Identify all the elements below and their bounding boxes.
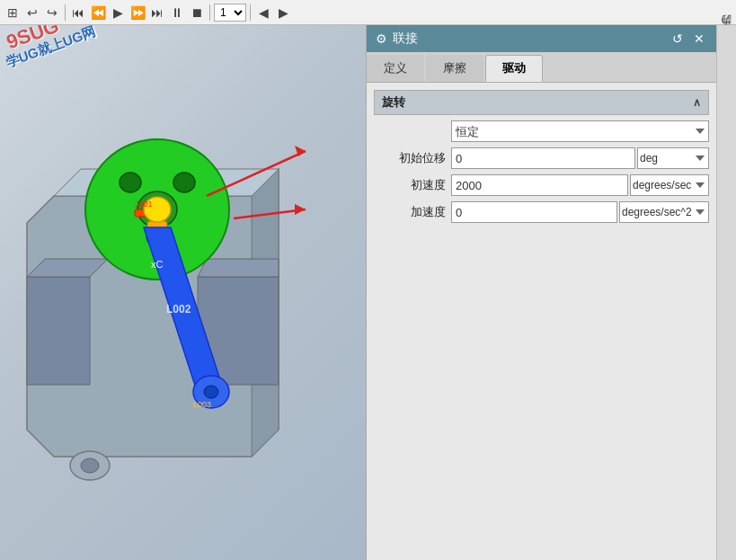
dialog-header: ⚙ 联接 ↺ ✕ [367, 25, 716, 52]
svg-text:xC: xC [151, 259, 164, 270]
speed-unit[interactable]: degrees/sec rad/sec [630, 174, 709, 196]
svg-marker-6 [198, 259, 279, 277]
dialog-reset-button[interactable]: ↺ [669, 31, 686, 47]
section-collapse-button[interactable]: ∧ [693, 96, 701, 109]
svg-text:L002: L002 [166, 303, 191, 316]
svg-point-21 [204, 386, 218, 398]
section-header-rotation: 旋转 ∧ [374, 90, 709, 115]
tabs-bar: 定义 摩擦 驱动 [367, 52, 716, 83]
acceleration-input-group: degrees/sec^2 rad/sec^2 [451, 201, 709, 223]
panel-content: 旋转 ∧ 恒定 函数 运动轮廓 谐波 一般运动 初始位移 [367, 83, 716, 560]
toolbar-sep-3 [250, 4, 251, 21]
right-sidebar: 静力 [716, 25, 736, 560]
viewport[interactable]: 9SUG 学UG就上UG网 [0, 25, 366, 560]
speed-input-group: degrees/sec rad/sec [451, 174, 709, 196]
toolbar-icon-10[interactable]: ⏹ [188, 4, 206, 22]
initial-displacement-label: 初始位移 [374, 150, 446, 166]
speed-input[interactable] [451, 174, 628, 196]
tab-drive[interactable]: 驱动 [485, 55, 543, 82]
svg-marker-3 [27, 277, 90, 385]
dialog-gear-icon: ⚙ [376, 31, 387, 46]
section-title: 旋转 [382, 94, 405, 111]
dialog-close-button[interactable]: ✕ [691, 31, 707, 47]
model-container: L002 xC L003 J001 [18, 52, 324, 520]
svg-point-10 [120, 173, 141, 192]
form-row-initial-displacement: 初始位移 deg rad [374, 147, 709, 169]
toolbar-icon-8[interactable]: ⏭ [148, 4, 166, 22]
initial-displacement-unit[interactable]: deg rad [637, 147, 709, 169]
svg-text:L003: L003 [193, 400, 211, 409]
dialog-title-area: ⚙ 联接 [376, 31, 418, 47]
tab-define[interactable]: 定义 [367, 55, 424, 82]
toolbar-icon-7[interactable]: ⏩ [129, 4, 146, 22]
toolbar: ⊞ ↩ ↪ ⏮ ⏪ ▶ ⏩ ⏭ ⏸ ⏹ 1 ◀ ▶ [0, 0, 736, 25]
page-select[interactable]: 1 [214, 4, 246, 22]
speed-label: 初速度 [374, 177, 446, 193]
acceleration-input[interactable] [451, 201, 617, 223]
toolbar-sep-2 [209, 4, 210, 21]
form-row-acceleration: 加速度 degrees/sec^2 rad/sec^2 [374, 201, 709, 223]
form-row-speed: 初速度 degrees/sec rad/sec [374, 174, 709, 196]
toolbar-sep-1 [65, 4, 66, 21]
watermark: 9SUG 学UG就上UG网 [4, 32, 98, 72]
toolbar-icon-12[interactable]: ▶ [274, 4, 292, 22]
main-area: 9SUG 学UG就上UG网 [0, 25, 736, 560]
initial-displacement-input-group: deg rad [451, 147, 709, 169]
toolbar-icon-2[interactable]: ↩ [23, 4, 41, 22]
tab-friction[interactable]: 摩擦 [426, 55, 483, 82]
toolbar-icon-5[interactable]: ⏪ [89, 4, 107, 22]
toolbar-icon-4[interactable]: ⏮ [69, 4, 87, 22]
dialog-controls: ↺ ✕ [669, 31, 707, 47]
svg-text:J001: J001 [135, 200, 153, 209]
form-row-type: 恒定 函数 运动轮廓 谐波 一般运动 [374, 120, 709, 142]
toolbar-icon-3[interactable]: ↪ [43, 4, 61, 22]
svg-point-8 [81, 458, 99, 473]
toolbar-icon-11[interactable]: ◀ [254, 4, 272, 22]
dialog-title: 联接 [393, 31, 418, 47]
type-select[interactable]: 恒定 函数 运动轮廓 谐波 一般运动 [451, 120, 709, 142]
initial-displacement-input[interactable] [451, 147, 635, 169]
right-panel: ⚙ 联接 ↺ ✕ 定义 摩擦 驱动 旋转 ∧ 恒 [366, 25, 716, 560]
acceleration-label: 加速度 [374, 204, 446, 220]
toolbar-icon-1[interactable]: ⊞ [4, 4, 22, 22]
toolbar-icon-9[interactable]: ⏸ [168, 4, 186, 22]
svg-point-11 [173, 173, 195, 192]
acceleration-unit[interactable]: degrees/sec^2 rad/sec^2 [619, 201, 709, 223]
svg-marker-28 [295, 204, 306, 215]
toolbar-icon-6[interactable]: ▶ [109, 4, 127, 22]
